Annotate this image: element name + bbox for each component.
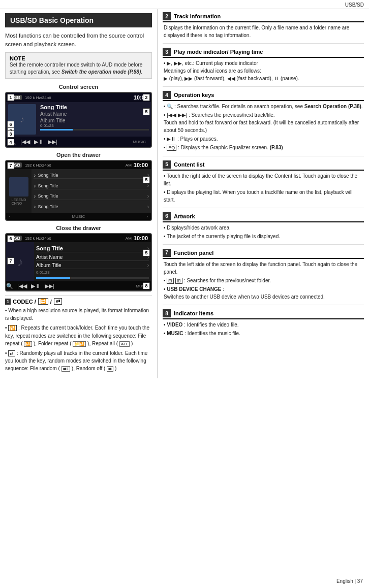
flac-3: 192 k Hz/24bit [25,236,51,241]
page-header: USB/SD [0,0,369,9]
time-elapsed: 0:01:23 [40,123,149,128]
random-icon: ⇄ [54,298,62,305]
section-4-b3: • ▶⏸ : Plays or pauses. [164,135,364,143]
drawer-list-item-3[interactable]: ♪ Song Title › [34,193,149,200]
close-artist: Artist Name [36,254,63,260]
section-6-b2: • The jacket of the currently playing fi… [164,233,364,240]
drawer-source: MUSIC [72,214,85,219]
open-drawer-label: Open the drawer [5,152,152,158]
section-2: 2 Track information Displays the informa… [163,12,364,44]
ctrl-playpause[interactable]: ▶⏸ [34,139,44,145]
section-6-title: Artwork [174,213,195,219]
control-screen-label: Control screen [5,84,152,90]
right-arrow-3: › [147,193,149,199]
section-2-header: 2 Track information [163,12,364,22]
section-3-header: 3 Play mode indicator/ Playing time [163,48,364,58]
note-text: Set the remote controller mode switch to… [10,61,147,76]
drawer-list-item-1[interactable]: ♪ Song Title › [34,172,149,179]
badge-3: 3 [7,130,14,138]
badge-4: 4 [7,139,14,146]
num-badge-4: 4 [163,91,171,99]
section-8-b2: • MUSIC : Identifies the music file. [164,330,364,337]
screen-body: ♪ Song Title Artist Name Album Title 0:0… [6,102,151,137]
drawer-back: ‹ [9,214,11,219]
codec-label: CODEC / [13,299,36,305]
codec-header: 1 CODEC / 🔁 / ⇄ [5,298,152,305]
section-5-header: 5 Content list [163,160,364,171]
ctrl-next[interactable]: ▶▶| [48,139,57,145]
repeat-icon: 🔁 [38,298,48,305]
section-5-b2: • Displays the playing list. When you to… [164,188,364,204]
section-4: 4 Operation keys • 🔍 : Searches track/fi… [163,91,364,156]
close-song-title: Song Title [36,245,63,251]
section-7-b2: • USB DEVICE CHANGE :Switches to another… [164,285,364,301]
section-4-header: 4 Operation keys [163,91,364,101]
section-4-title: Operation keys [174,92,214,98]
page-footer: English | 37 [336,578,363,584]
close-next[interactable]: ▶▶| [45,283,54,289]
badge-6c: 6 [7,235,14,242]
close-prev[interactable]: |◀◀ [17,283,27,289]
drawer-list-item-4[interactable]: ♪ Song Title › [34,204,149,210]
section-8-title: Indicator Items [174,310,213,316]
codec-bullet-3: • ⇄ : Randomly plays all tracks in the c… [5,349,152,373]
section-4-body: • 🔍 : Searches track/file. For details o… [163,103,364,152]
section-5-b1: • Touch the right side of the screen to … [164,172,364,187]
section-3: 3 Play mode indicator/ Playing time • ▶,… [163,48,364,87]
flac-label: 192 k Hz/24bit [25,95,51,100]
section-7-b1: • ⊟ ⊞ : Searches for the previous/next f… [164,277,364,285]
badge-6: 6 [7,121,14,128]
ctrl-prev[interactable]: |◀◀ [20,139,30,145]
close-progress-bar [36,277,149,279]
close-album: Album Title [36,263,61,268]
close-top-bar: USB 192 k Hz/24bit AM 10:00 [6,234,151,242]
section-5-title: Content list [174,161,205,168]
drawer-forward: › [146,214,148,219]
close-drawer-label: Close the drawer [5,225,152,231]
close-progress-fill [36,277,70,279]
close-body: ♪ Song Title › Artist Name › Album Title… [6,242,151,281]
section-7-intro: Touch the left side of the screen to dis… [164,260,364,276]
section-2-title: Track information [174,13,221,19]
section-3-title: Play mode indicator/ Playing time [174,49,263,55]
codec-bullet-2: • 🔁 : Repeats the current track/folder. … [5,324,152,347]
flac-2: 192 k Hz/24bit [25,163,51,168]
badge-5: 5 [143,108,150,115]
screen-track-info: Song Title Artist Name Album Title 0:01:… [38,102,151,137]
drawer-song-2: Song Title [38,183,58,188]
drawer-bottom-bar: ‹ MUSIC › [6,213,151,220]
left-column: USB/SD Basic Operation Most functions ca… [0,9,158,378]
right-column: 2 Track information Displays the informa… [158,9,369,378]
note-link: Switch the operation mode (P.88) [62,69,141,75]
close-drawer-screen: 6 5 8 7 USB 192 k Hz/24bit AM 10:00 ♪ So… [5,233,152,291]
section-7-body: Touch the left side of the screen to dis… [163,260,364,301]
close-row-album: Album Title › [36,262,149,269]
section-7: 7 Function panel Touch the left side of … [163,249,364,306]
drawer-album-art [9,177,28,197]
note-box: NOTE Set the remote controller mode swit… [5,52,152,79]
badge-1: 1 [7,94,14,101]
section-6-header: 6 Artwork [163,212,364,222]
drawer-top-bar: USB 192 k Hz/24bit AM 10:00 [6,161,151,169]
intro-text: Most functions can be controlled from th… [5,31,152,48]
close-row-artist: Artist Name › [36,254,149,261]
section-6: 6 Artwork • Displays/hides artwork area.… [163,212,364,245]
close-time-elapsed: 0:01:23 [36,270,149,275]
screen-top-bar: USB 192 k Hz/24bit 10:00 [6,93,151,102]
close-search[interactable]: 🔍 [6,283,13,289]
drawer-list-item-2[interactable]: ♪ Song Title › [34,182,149,189]
progress-bar [40,129,149,130]
note-label: NOTE [10,55,147,61]
drawer-time: 10:00 [134,162,148,168]
section-4-b2: • |◀◀ ▶▶| : Searches the previous/next t… [164,111,364,134]
section-8: 8 Indicator Items • VIDEO : Identifies t… [163,309,364,341]
drawer-song-1: Song Title [38,173,58,178]
open-drawer-screen: 7 5 USB 192 k Hz/24bit AM 10:00 LEGENDCH… [5,160,152,221]
section-4-b4: • EQ : Displays the Graphic Equalizer sc… [164,144,364,152]
close-playpause[interactable]: ▶⏸ [31,283,41,289]
badge-5c: 5 [143,249,150,256]
section-8-b1: • VIDEO : Identifies the video file. [164,321,364,329]
screen-track-title: Song Title [40,104,149,110]
codec-section: 1 CODEC / 🔁 / ⇄ • When a high-resolution… [5,296,152,372]
screen-track-album: Album Title [40,118,149,123]
